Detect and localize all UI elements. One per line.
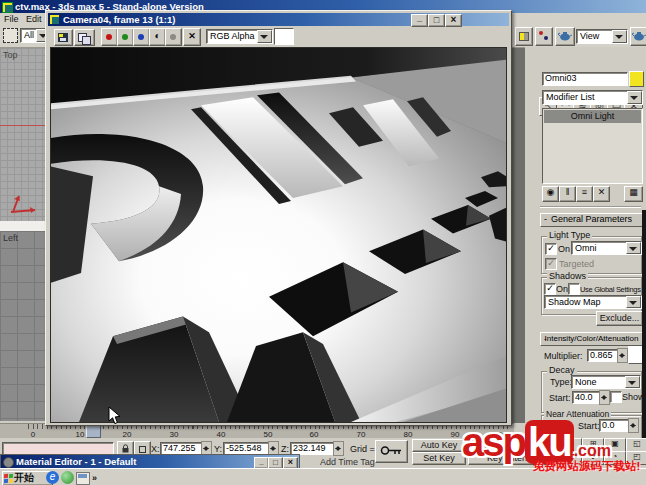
show-end-result-button[interactable]: ‖ bbox=[559, 186, 576, 202]
render-window-icon bbox=[50, 15, 59, 24]
viewport-left-label: Left bbox=[3, 233, 18, 243]
channel-display-dropdown[interactable]: RGB Alpha bbox=[206, 29, 273, 44]
viewport-divider[interactable] bbox=[0, 221, 49, 231]
render-window-title: Camera04, frame 13 (1:1) bbox=[63, 13, 175, 26]
rollout-collapse-icon: - bbox=[544, 333, 547, 344]
save-bitmap-icon[interactable] bbox=[54, 29, 73, 46]
shadows-on-checkbox[interactable]: ✓ bbox=[544, 283, 556, 295]
rectangular-selection-icon[interactable] bbox=[3, 28, 18, 43]
y-coord-label: Y: bbox=[214, 444, 222, 454]
blue-channel-icon[interactable] bbox=[133, 28, 150, 46]
material-editor-title: Material Editor - 1 - Default bbox=[16, 455, 136, 468]
ie-quick-launch-icon[interactable]: e bbox=[46, 471, 59, 484]
pin-stack-button[interactable]: ◉ bbox=[542, 186, 559, 202]
app-icon bbox=[2, 2, 13, 13]
mouse-cursor bbox=[108, 406, 121, 425]
dropdown-arrow-icon[interactable] bbox=[612, 30, 627, 43]
zoom-extents-all-icon[interactable]: ◱ bbox=[626, 438, 646, 452]
remove-modifier-button[interactable]: ✕ bbox=[593, 186, 610, 202]
near-start-spinner[interactable] bbox=[628, 418, 639, 433]
viewport-top[interactable]: Top bbox=[0, 48, 49, 221]
maximize-button[interactable]: □ bbox=[428, 14, 445, 27]
decay-show-checkbox[interactable] bbox=[610, 391, 622, 403]
rendered-frame-image bbox=[50, 47, 507, 423]
modifier-list-dropdown[interactable]: Modifier List bbox=[542, 90, 643, 105]
decay-start-field[interactable]: 40.0 bbox=[572, 391, 600, 404]
use-global-settings-checkbox[interactable] bbox=[568, 283, 580, 295]
auto-key-button[interactable]: Auto Key bbox=[412, 439, 466, 452]
shadow-type-dropdown[interactable]: Shadow Map bbox=[544, 295, 642, 309]
light-type-value-dropdown[interactable]: Omni bbox=[571, 241, 642, 255]
rollout-general-parameters[interactable]: - General Parameters bbox=[540, 213, 643, 227]
quick-launch-more[interactable]: » bbox=[92, 473, 97, 483]
light-on-checkbox[interactable]: ✓ bbox=[545, 243, 557, 255]
alpha-channel-icon[interactable] bbox=[165, 28, 182, 46]
panel-scroll-strip[interactable] bbox=[642, 210, 646, 455]
light-color-swatch[interactable] bbox=[629, 71, 644, 87]
background-color-swatch[interactable] bbox=[274, 28, 294, 45]
show-desktop-icon[interactable] bbox=[76, 472, 90, 485]
stack-item-omni-light[interactable]: Omni Light bbox=[544, 110, 641, 123]
axis-tripod-icon bbox=[5, 192, 41, 218]
time-slider[interactable] bbox=[86, 424, 101, 438]
green-channel-icon[interactable] bbox=[117, 28, 134, 46]
decay-start-label: Start: bbox=[549, 393, 571, 403]
multiplier-spinner[interactable] bbox=[617, 348, 628, 363]
desktop: ctv.max - 3ds max 5 - Stand-alone Versio… bbox=[0, 0, 646, 485]
near-attenuation-group-label: Near Attenuation bbox=[544, 409, 611, 419]
multiplier-label: Multiplier: bbox=[544, 351, 583, 361]
menu-file[interactable]: File bbox=[4, 14, 19, 24]
viewport-top-label: Top bbox=[3, 50, 18, 60]
minimize-button[interactable]: _ bbox=[411, 14, 428, 27]
light-type-group-label: Light Type bbox=[547, 230, 592, 240]
grid-x-axis-line bbox=[0, 125, 47, 126]
rollout-intensity-color-attenuation[interactable]: - Intensity/Color/Attenuation bbox=[540, 332, 643, 346]
targeted-label: Targeted bbox=[559, 259, 594, 269]
z-coord-spinner[interactable] bbox=[333, 441, 344, 456]
render-view-dropdown[interactable]: View bbox=[576, 29, 628, 44]
quick-render-teapot-icon[interactable] bbox=[630, 27, 646, 46]
viewport-left[interactable]: Left bbox=[0, 231, 49, 421]
shadows-group-label: Shadows bbox=[547, 271, 588, 281]
red-channel-icon[interactable] bbox=[101, 28, 118, 46]
object-name-field[interactable]: Omni03 bbox=[542, 72, 628, 86]
checkmark-icon: ✓ bbox=[547, 258, 555, 268]
clone-rendered-frame-icon[interactable] bbox=[74, 29, 95, 46]
set-keys-key-icon[interactable] bbox=[375, 440, 408, 463]
use-global-settings-label: Use Global Settings bbox=[580, 285, 641, 295]
z-coord-label: Z: bbox=[281, 444, 289, 454]
align-icon[interactable] bbox=[535, 27, 553, 46]
multiplier-field[interactable]: 0.865 bbox=[587, 349, 618, 362]
render-window-toolbar: ◐ ✕ RGB Alpha bbox=[48, 27, 509, 46]
mirror-icon[interactable] bbox=[515, 27, 533, 46]
decay-type-dropdown[interactable]: None bbox=[571, 375, 641, 389]
panel-separator bbox=[540, 206, 641, 207]
menu-edit[interactable]: Edit bbox=[26, 14, 42, 24]
clear-image-icon[interactable]: ✕ bbox=[183, 28, 201, 46]
windows-flag-icon bbox=[4, 474, 8, 479]
configure-modifier-sets-button[interactable]: ▦ bbox=[624, 186, 643, 202]
make-unique-button[interactable]: ≡ bbox=[576, 186, 593, 202]
dropdown-arrow-icon[interactable] bbox=[626, 296, 641, 308]
render-window-titlebar[interactable]: Camera04, frame 13 (1:1) _ □ × bbox=[48, 13, 509, 26]
set-key-button[interactable]: Set Key bbox=[412, 452, 466, 465]
targeted-checkbox: ✓ bbox=[545, 258, 557, 270]
rollout-collapse-icon: - bbox=[544, 214, 547, 225]
decay-start-spinner[interactable] bbox=[599, 390, 610, 405]
exclude-button[interactable]: Exclude... bbox=[596, 311, 643, 326]
checkmark-icon: ✓ bbox=[547, 243, 555, 253]
decay-type-label: Type: bbox=[550, 377, 572, 387]
checkmark-icon: ✓ bbox=[546, 283, 554, 293]
dropdown-arrow-icon[interactable] bbox=[625, 376, 640, 388]
rendered-frame-window[interactable]: Camera04, frame 13 (1:1) _ □ × ◐ ✕ RGB A… bbox=[45, 10, 512, 426]
player-quick-launch-icon[interactable] bbox=[61, 471, 74, 484]
monochrome-channel-icon[interactable]: ◐ bbox=[149, 28, 166, 46]
add-time-tag[interactable]: Add Time Tag bbox=[320, 457, 375, 467]
dropdown-arrow-icon[interactable] bbox=[626, 242, 641, 254]
watermark-slogan: 免费网站源码下载站! bbox=[533, 459, 640, 474]
close-button[interactable]: × bbox=[445, 14, 462, 27]
render-scene-teapot-icon[interactable] bbox=[555, 27, 575, 46]
dropdown-arrow-icon[interactable] bbox=[257, 30, 272, 43]
modifier-stack[interactable]: Omni Light bbox=[542, 108, 643, 184]
dropdown-arrow-icon[interactable] bbox=[627, 91, 642, 104]
